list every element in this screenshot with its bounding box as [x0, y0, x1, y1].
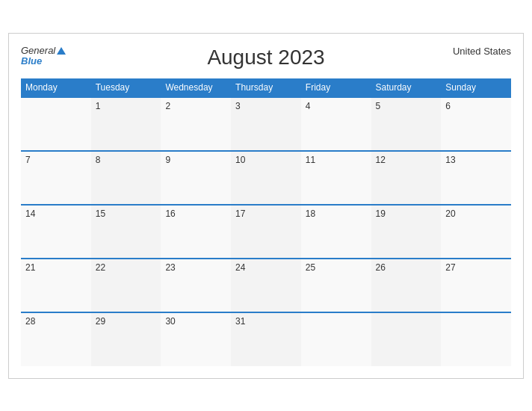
- calendar-cell: 9: [161, 151, 231, 205]
- calendar-cell: 14: [21, 205, 91, 259]
- day-number: 28: [25, 316, 35, 327]
- calendar-header: General Blue August 2023 United States: [21, 46, 511, 69]
- day-number: 12: [376, 155, 386, 165]
- calendar-cell: 11: [301, 151, 371, 205]
- day-number: 29: [96, 316, 105, 327]
- logo-blue-text: Blue: [21, 56, 42, 67]
- day-number: 18: [306, 208, 315, 219]
- weekday-header-sunday: Sunday: [441, 78, 511, 97]
- day-number: 7: [25, 155, 31, 165]
- calendar-cell: 19: [371, 205, 442, 259]
- weekday-header-tuesday: Tuesday: [91, 78, 161, 97]
- calendar-cell: 16: [161, 205, 231, 259]
- calendar-cell: [301, 312, 371, 366]
- calendar-cell: 17: [231, 205, 301, 259]
- calendar-grid: MondayTuesdayWednesdayThursdayFridaySatu…: [21, 78, 511, 366]
- calendar-cell: 5: [371, 97, 442, 151]
- day-number: 17: [235, 208, 245, 219]
- calendar-cell: 10: [231, 151, 301, 205]
- week-row-2: 78910111213: [21, 151, 511, 205]
- day-number: 31: [235, 316, 245, 327]
- calendar-cell: 21: [21, 259, 91, 312]
- calendar-cell: 6: [441, 97, 511, 151]
- week-row-1: 123456: [21, 97, 511, 151]
- day-number: 14: [25, 208, 35, 219]
- weekday-header-wednesday: Wednesday: [161, 78, 231, 97]
- country-label: United States: [453, 46, 511, 57]
- day-number: 30: [165, 316, 175, 327]
- day-number: 2: [165, 101, 170, 111]
- day-number: 8: [96, 155, 101, 165]
- calendar-cell: [21, 97, 91, 151]
- calendar-title: August 2023: [207, 46, 324, 69]
- day-number: 27: [445, 262, 455, 273]
- day-number: 5: [376, 101, 381, 111]
- calendar-cell: 30: [161, 312, 231, 366]
- calendar-cell: 23: [161, 259, 231, 312]
- logo-triangle-icon: [57, 47, 66, 55]
- weekday-header-friday: Friday: [301, 78, 371, 97]
- day-number: 6: [445, 101, 451, 111]
- weekday-header-saturday: Saturday: [371, 78, 442, 97]
- calendar-cell: 20: [441, 205, 511, 259]
- day-number: 15: [96, 208, 105, 219]
- day-number: 21: [25, 262, 35, 273]
- day-number: 11: [306, 155, 315, 165]
- calendar-cell: 28: [21, 312, 91, 366]
- day-number: 1: [96, 101, 101, 111]
- calendar-cell: 29: [91, 312, 161, 366]
- calendar-cell: 12: [371, 151, 442, 205]
- day-number: 19: [376, 208, 386, 219]
- logo: General Blue: [21, 46, 66, 67]
- week-row-5: 28293031: [21, 312, 511, 366]
- calendar-cell: 22: [91, 259, 161, 312]
- calendar-cell: 27: [441, 259, 511, 312]
- calendar-container: General Blue August 2023 United States M…: [8, 33, 524, 379]
- calendar-cell: 15: [91, 205, 161, 259]
- calendar-cell: 1: [91, 97, 161, 151]
- calendar-cell: 8: [91, 151, 161, 205]
- week-row-3: 14151617181920: [21, 205, 511, 259]
- weekday-header-row: MondayTuesdayWednesdayThursdayFridaySatu…: [21, 78, 511, 97]
- calendar-cell: 2: [161, 97, 231, 151]
- calendar-cell: 13: [441, 151, 511, 205]
- day-number: 24: [235, 262, 245, 273]
- calendar-cell: [441, 312, 511, 366]
- calendar-cell: [371, 312, 442, 366]
- day-number: 23: [165, 262, 175, 273]
- day-number: 3: [235, 101, 241, 111]
- day-number: 10: [235, 155, 245, 165]
- day-number: 16: [165, 208, 175, 219]
- logo-line-1: General: [21, 46, 66, 56]
- day-number: 4: [306, 101, 311, 111]
- day-number: 26: [376, 262, 386, 273]
- calendar-cell: 26: [371, 259, 442, 312]
- calendar-cell: 31: [231, 312, 301, 366]
- day-number: 22: [96, 262, 105, 273]
- day-number: 13: [445, 155, 455, 165]
- calendar-cell: 4: [301, 97, 371, 151]
- calendar-cell: 18: [301, 205, 371, 259]
- day-number: 25: [306, 262, 315, 273]
- week-row-4: 21222324252627: [21, 259, 511, 312]
- weekday-header-thursday: Thursday: [231, 78, 301, 97]
- calendar-cell: 3: [231, 97, 301, 151]
- logo-line-2: Blue: [21, 56, 66, 67]
- calendar-cell: 24: [231, 259, 301, 312]
- day-number: 9: [165, 155, 170, 165]
- day-number: 20: [445, 208, 455, 219]
- logo-general-text: General: [21, 46, 55, 56]
- calendar-cell: 7: [21, 151, 91, 205]
- calendar-cell: 25: [301, 259, 371, 312]
- weekday-header-monday: Monday: [21, 78, 91, 97]
